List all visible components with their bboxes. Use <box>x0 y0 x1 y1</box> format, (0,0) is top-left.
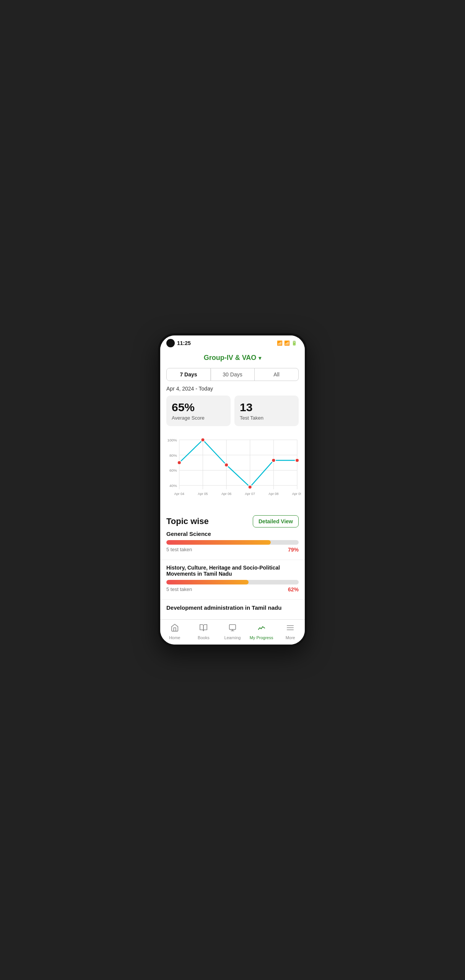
line-chart: 100% 80% 60% 40% Apr 04 Apr 05 Apr 06 Ap… <box>164 432 301 508</box>
progress-bar-fill-general-science <box>166 540 271 545</box>
detailed-view-button[interactable]: Detailed View <box>253 515 299 527</box>
nav-label-my-progress: My Progress <box>250 635 273 640</box>
more-icon <box>286 623 294 634</box>
tab-7days[interactable]: 7 Days <box>167 368 211 381</box>
average-score-label: Average Score <box>172 415 225 421</box>
home-icon <box>171 623 179 634</box>
chart-point-apr09 <box>295 459 299 462</box>
topic-divider-2 <box>160 599 305 600</box>
tab-30days[interactable]: 30 Days <box>211 368 255 381</box>
nav-label-learning: Learning <box>224 635 241 640</box>
nav-label-more: More <box>286 635 295 640</box>
score-pct-history: 62% <box>288 586 299 593</box>
progress-icon <box>257 623 266 634</box>
books-icon <box>199 623 208 634</box>
scroll-content[interactable]: Group-IV & VAO ▾ 7 Days 30 Days All Apr … <box>160 349 305 619</box>
status-time: 11:25 <box>177 340 191 346</box>
chart-point-apr08 <box>272 459 275 462</box>
learning-icon <box>228 623 237 634</box>
topic-development-admin: Development administration in Tamil nadu <box>160 604 305 614</box>
test-taken-value: 13 <box>240 401 293 413</box>
svg-text:60%: 60% <box>169 468 177 472</box>
status-icons: 📶 📶 🔋 <box>277 340 297 346</box>
chart-area: 100% 80% 60% 40% Apr 04 Apr 05 Apr 06 Ap… <box>160 431 305 511</box>
topic-history-culture: History, Culture, Heritage and Socio-Pol… <box>160 565 305 598</box>
nav-item-more[interactable]: More <box>276 622 305 641</box>
nav-item-home[interactable]: Home <box>160 622 189 641</box>
nav-label-books: Books <box>198 635 210 640</box>
nav-label-home: Home <box>169 635 180 640</box>
svg-text:40%: 40% <box>169 483 177 488</box>
stats-row: 65% Average Score 13 Test Taken <box>160 396 305 431</box>
nav-item-my-progress[interactable]: My Progress <box>247 622 276 641</box>
group-label-text: Group-IV & VAO <box>204 354 257 362</box>
svg-text:80%: 80% <box>169 453 177 457</box>
date-range: Apr 4, 2024 - Today <box>160 386 305 396</box>
average-score-card: 65% Average Score <box>166 396 231 426</box>
topic-name-history: History, Culture, Heritage and Socio-Pol… <box>166 565 299 577</box>
tests-taken-general-science: 5 test taken <box>166 547 192 552</box>
svg-text:Apr 04: Apr 04 <box>174 492 184 496</box>
nav-item-learning[interactable]: Learning <box>218 622 247 641</box>
signal-icon: 📶 <box>284 340 290 346</box>
svg-text:Apr 08: Apr 08 <box>268 492 278 496</box>
progress-bar-bg-general-science <box>166 540 299 545</box>
svg-text:100%: 100% <box>167 438 177 442</box>
bottom-nav: Home Books Learning <box>160 619 305 645</box>
chart-line <box>179 440 297 487</box>
svg-text:Apr 06: Apr 06 <box>221 492 231 496</box>
group-label[interactable]: Group-IV & VAO ▾ <box>166 354 299 362</box>
wifi-icon: 📶 <box>277 340 283 346</box>
tab-all[interactable]: All <box>255 368 298 381</box>
phone-shell: 11:25 📶 📶 🔋 Group-IV & VAO ▾ 7 Days 30 D… <box>158 333 307 647</box>
nav-item-books[interactable]: Books <box>189 622 218 641</box>
topic-meta-history: 5 test taken 62% <box>166 586 299 593</box>
chart-point-apr04 <box>177 461 181 465</box>
camera-dot <box>166 339 175 347</box>
topic-wise-header: Topic wise Detailed View <box>160 511 305 531</box>
svg-text:Apr 09: Apr 09 <box>292 492 301 496</box>
chart-point-apr07 <box>248 485 252 489</box>
score-pct-general-science: 79% <box>288 547 299 553</box>
test-taken-card: 13 Test Taken <box>234 396 299 426</box>
topic-wise-title: Topic wise <box>166 516 209 526</box>
test-taken-label: Test Taken <box>240 415 293 421</box>
topic-meta-general-science: 5 test taken 79% <box>166 547 299 553</box>
status-bar: 11:25 📶 📶 🔋 <box>160 335 305 349</box>
progress-bar-bg-history <box>166 580 299 584</box>
svg-text:Apr 05: Apr 05 <box>198 492 208 496</box>
progress-bar-fill-history <box>166 580 249 584</box>
topic-name-general-science: General Science <box>166 531 299 537</box>
svg-rect-20 <box>229 625 236 630</box>
chart-point-apr05 <box>201 438 205 442</box>
header-title: Group-IV & VAO ▾ <box>160 349 305 365</box>
topic-divider-1 <box>160 560 305 560</box>
chart-point-apr06 <box>224 463 228 467</box>
tab-bar: 7 Days 30 Days All <box>166 368 299 381</box>
topic-general-science: General Science 5 test taken 79% <box>160 531 305 558</box>
svg-text:Apr 07: Apr 07 <box>245 492 255 496</box>
tests-taken-history: 5 test taken <box>166 586 192 592</box>
chevron-down-icon: ▾ <box>259 355 261 361</box>
average-score-value: 65% <box>172 401 225 413</box>
battery-icon: 🔋 <box>291 340 297 346</box>
